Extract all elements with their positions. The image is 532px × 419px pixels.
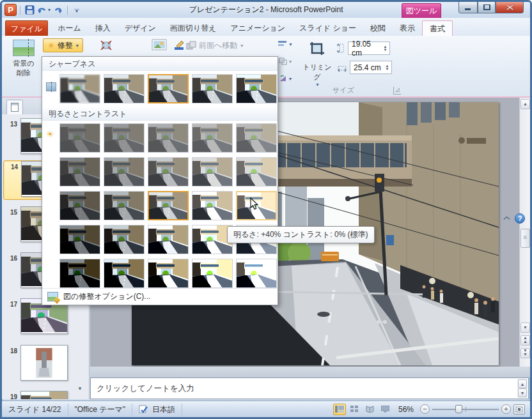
zoom-level[interactable]: 56% xyxy=(398,405,414,414)
tab-transitions[interactable]: 画面切り替え xyxy=(163,20,224,36)
shape-height-icon xyxy=(337,43,345,54)
sharpness-option-3[interactable] xyxy=(192,74,233,103)
normal-view-icon[interactable] xyxy=(333,404,346,415)
bc-option-b40-c-20[interactable] xyxy=(236,157,277,187)
shape-width-field[interactable]: 25.4 cm ▲▼ xyxy=(350,61,392,74)
scene-thumbnail xyxy=(104,225,144,254)
bc-option-b0-c-40[interactable] xyxy=(148,123,189,153)
minimize-icon[interactable] xyxy=(458,2,478,13)
scene-thumbnail xyxy=(104,192,144,220)
help-icon[interactable]: ? xyxy=(515,213,525,224)
group-objects-icon[interactable]: ▾ xyxy=(278,55,292,68)
zoom-out-icon[interactable]: − xyxy=(420,404,430,414)
crop-button[interactable]: トリミング ▾ xyxy=(300,38,334,87)
tab-format[interactable]: 書式 xyxy=(422,20,453,36)
ribbon-collapse-icon[interactable] xyxy=(503,216,510,220)
slide-number: 13 xyxy=(4,121,17,128)
mouse-cursor-icon xyxy=(250,197,259,212)
scene-thumbnail xyxy=(192,259,232,287)
maximize-icon[interactable] xyxy=(478,2,496,13)
bc-option-b20-c-40[interactable] xyxy=(192,123,233,153)
ribbon-tabs: ファイルホーム挿入デザイン画面切り替えアニメーションスライド ショー校閲表示書式 xyxy=(2,18,530,36)
shape-height-field[interactable]: 19.05 cm ▲▼ xyxy=(348,42,390,55)
bring-forward-button[interactable]: 前面へ移動 ▾ xyxy=(186,38,243,52)
bc-option-b-40-c40[interactable] xyxy=(59,259,100,288)
language-indicator[interactable]: 日本語 xyxy=(132,404,182,415)
bc-option-b-20-c20[interactable] xyxy=(104,225,145,254)
tab-insert[interactable]: 挿入 xyxy=(88,20,118,36)
powerpoint-window: P ▾ —▾ プレゼンテーション2 - Microsoft PowerPoint… xyxy=(0,0,532,419)
status-right: 56% − + xyxy=(333,404,530,415)
slide-indicator[interactable]: スライド 14/22 xyxy=(2,404,68,415)
sharpness-row xyxy=(59,74,277,103)
bc-option-b-20-c-40[interactable] xyxy=(104,123,145,153)
tab-animations[interactable]: アニメーション xyxy=(223,20,292,36)
scene-thumbnail xyxy=(149,192,187,219)
scene-thumbnail xyxy=(237,124,276,152)
sharpness-option-2[interactable] xyxy=(148,74,189,103)
sharpness-option-1[interactable] xyxy=(104,74,145,103)
height-spinner[interactable]: ▲▼ xyxy=(381,45,389,52)
bc-option-b20-c0[interactable] xyxy=(192,191,233,220)
bc-option-b-40-c-40[interactable] xyxy=(59,123,100,153)
zoom-slider-thumb[interactable] xyxy=(455,405,462,413)
bc-option-b-20-c40[interactable] xyxy=(104,259,145,288)
notes-splitter[interactable] xyxy=(90,367,530,377)
bc-option-b0-c40[interactable] xyxy=(148,259,189,288)
width-spinner[interactable]: ▲▼ xyxy=(383,65,391,71)
bring-forward-caret: ▾ xyxy=(240,43,243,49)
bc-option-b0-c0[interactable] xyxy=(148,191,189,220)
corrections-menu: シャープネス 明るさとコントラスト ☀ 図の修整オプション(C)... xyxy=(42,56,278,305)
scene-thumbnail xyxy=(60,225,100,254)
sharpness-option-4[interactable] xyxy=(236,74,277,103)
size-dialog-launcher-icon[interactable]: ◿ xyxy=(393,87,401,95)
sharpness-option-0[interactable] xyxy=(59,74,100,103)
sharpen-soften-icon xyxy=(46,82,57,93)
tab-slideshow[interactable]: スライド ショー xyxy=(292,20,363,36)
scene-thumbnail xyxy=(192,75,232,103)
tab-design[interactable]: デザイン xyxy=(118,20,163,36)
bc-option-b-20-c-20[interactable] xyxy=(104,157,145,187)
bc-option-b0-c-20[interactable] xyxy=(148,157,189,187)
bc-option-b0-c20[interactable] xyxy=(148,225,189,254)
bc-option-b40-c40[interactable] xyxy=(236,259,277,288)
remove-background-button[interactable]: 背景の 削除 xyxy=(6,38,42,94)
bc-option-b-20-c0[interactable] xyxy=(104,191,145,220)
theme-indicator[interactable]: "Office テーマ" xyxy=(68,404,133,415)
close-icon[interactable] xyxy=(496,2,524,13)
notes-pane[interactable]: クリックしてノートを入力 ▲ ▼ xyxy=(90,377,529,399)
picture-corrections-options[interactable]: 図の修整オプション(C)... xyxy=(42,288,278,305)
bc-option-b-40-c20[interactable] xyxy=(59,225,100,254)
tab-home[interactable]: ホーム xyxy=(51,20,88,36)
bc-option-b40-c-40[interactable] xyxy=(236,123,277,153)
slide-thumbnail-18[interactable]: 18 xyxy=(3,345,74,385)
slideshow-view-icon[interactable] xyxy=(379,404,392,415)
bc-option-b20-c40[interactable] xyxy=(192,259,233,288)
scene-thumbnail xyxy=(237,158,276,186)
tab-slides[interactable] xyxy=(6,100,23,114)
scene-thumbnail xyxy=(237,259,276,287)
picture-style-icon[interactable] xyxy=(152,38,168,52)
shape-width-value: 25.4 cm xyxy=(350,63,383,72)
reset-picture-icon[interactable] xyxy=(99,38,113,52)
bc-option-b-40-c0[interactable] xyxy=(59,191,100,220)
tab-file[interactable]: ファイル xyxy=(5,20,48,36)
slide-thumbnail-19[interactable]: 19 xyxy=(3,391,74,399)
bc-option-b20-c-20[interactable] xyxy=(192,157,233,187)
align-objects-icon[interactable]: ▾ xyxy=(278,38,292,50)
bc-option-b-40-c-20[interactable] xyxy=(59,157,100,187)
crop-label: トリミング xyxy=(300,63,334,82)
tab-view[interactable]: 表示 xyxy=(393,20,422,36)
reading-view-icon[interactable] xyxy=(364,404,377,415)
slides-scroll-down-icon[interactable]: ▼ xyxy=(75,385,85,393)
notes-placeholder: クリックしてノートを入力 xyxy=(97,383,194,394)
scene-thumbnail xyxy=(192,158,232,186)
remove-background-label-2: 削除 xyxy=(6,68,41,78)
rotate-objects-icon[interactable]: ▾ xyxy=(278,72,292,85)
slide-number: 18 xyxy=(4,347,17,354)
zoom-slider[interactable] xyxy=(432,404,499,414)
slide-sorter-view-icon[interactable] xyxy=(348,404,361,415)
corrections-button[interactable]: ☀ 修整 ▾ xyxy=(43,38,83,52)
scene-thumbnail xyxy=(60,158,100,186)
tab-review[interactable]: 校閲 xyxy=(363,20,393,36)
